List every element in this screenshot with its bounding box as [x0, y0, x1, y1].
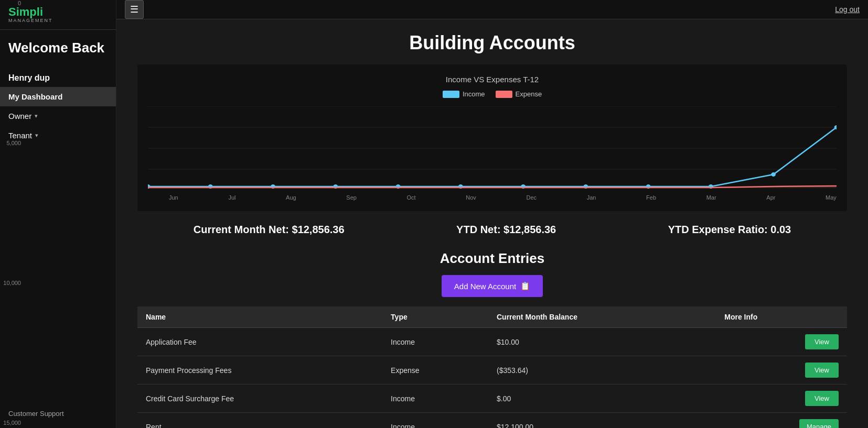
expense-legend-label: Expense	[516, 90, 542, 98]
col-balance-header: Current Month Balance	[488, 306, 716, 328]
manage-button[interactable]: Manage	[799, 419, 839, 428]
income-color-swatch	[443, 91, 459, 98]
chart-legend: Income Expense	[148, 90, 837, 98]
legend-expense: Expense	[496, 90, 542, 98]
legend-income: Income	[443, 90, 485, 98]
topbar: ☰ Log out	[116, 0, 868, 19]
account-action-cell: View	[716, 356, 847, 385]
account-balance: $.00	[488, 385, 716, 413]
account-balance: ($353.64)	[488, 356, 716, 385]
account-name: Application Fee	[137, 328, 382, 356]
content-area: Building Accounts Income VS Expenses T-1…	[116, 19, 868, 428]
table-row: Credit Card Surcharge FeeIncome$.00View	[137, 385, 847, 413]
col-name-header: Name	[137, 306, 382, 328]
chevron-down-icon: ▾	[35, 113, 38, 119]
col-moreinfo-header: More Info	[716, 306, 847, 328]
chevron-down-icon-tenant: ▾	[35, 132, 38, 139]
ytd-net: YTD Net: $12,856.36	[456, 224, 556, 236]
chart-title: Income VS Expenses T-12	[148, 75, 837, 84]
account-type: Income	[382, 413, 488, 429]
hamburger-icon: ☰	[130, 4, 138, 15]
main-content: ☰ Log out Building Accounts Income VS Ex…	[116, 0, 868, 428]
table-row: Payment Processing FeesExpense($353.64)V…	[137, 356, 847, 385]
menu-toggle-button[interactable]: ☰	[125, 0, 144, 19]
accounts-table: Name Type Current Month Balance More Inf…	[137, 306, 847, 428]
account-action-cell: View	[716, 328, 847, 356]
income-legend-label: Income	[463, 90, 485, 98]
account-action-cell: View	[716, 385, 847, 413]
account-entries-section: Account Entries Add New Account 📋 Name T…	[137, 250, 847, 428]
account-entries-title: Account Entries	[137, 250, 847, 267]
account-balance: $10.00	[488, 328, 716, 356]
chart-section: Income VS Expenses T-12 Income Expense 1…	[137, 64, 847, 211]
line-chart	[148, 106, 837, 190]
table-header-row: Name Type Current Month Balance More Inf…	[137, 306, 847, 328]
account-type: Income	[382, 328, 488, 356]
account-type: Expense	[382, 356, 488, 385]
logout-link[interactable]: Log out	[835, 5, 860, 14]
account-name: Credit Card Surcharge Fee	[137, 385, 382, 413]
add-new-account-button[interactable]: Add New Account 📋	[442, 275, 543, 297]
view-button[interactable]: View	[805, 363, 839, 378]
svg-point-15	[771, 172, 776, 177]
page-title: Building Accounts	[137, 32, 847, 54]
account-type: Income	[382, 385, 488, 413]
account-name: Payment Processing Fees	[137, 356, 382, 385]
chart-x-labels: Jun Jul Aug Sep Oct Nov Dec Jan Feb Mar …	[148, 192, 837, 201]
account-name: Rent	[137, 413, 382, 429]
account-balance: $12,100.00	[488, 413, 716, 429]
table-row: Application FeeIncome$10.00View	[137, 328, 847, 356]
view-button[interactable]: View	[805, 334, 839, 349]
account-action-cell: Manage	[716, 413, 847, 429]
add-button-icon: 📋	[520, 281, 530, 291]
current-month-net: Current Month Net: $12,856.36	[194, 224, 345, 236]
add-button-label: Add New Account	[454, 282, 516, 291]
summary-row: Current Month Net: $12,856.36 YTD Net: $…	[137, 224, 847, 236]
add-btn-row: Add New Account 📋	[137, 275, 847, 297]
ytd-expense-ratio: YTD Expense Ratio: 0.03	[668, 224, 791, 236]
col-type-header: Type	[382, 306, 488, 328]
table-row: RentIncome$12,100.00Manage	[137, 413, 847, 429]
expense-color-swatch	[496, 91, 512, 98]
view-button[interactable]: View	[805, 391, 839, 406]
